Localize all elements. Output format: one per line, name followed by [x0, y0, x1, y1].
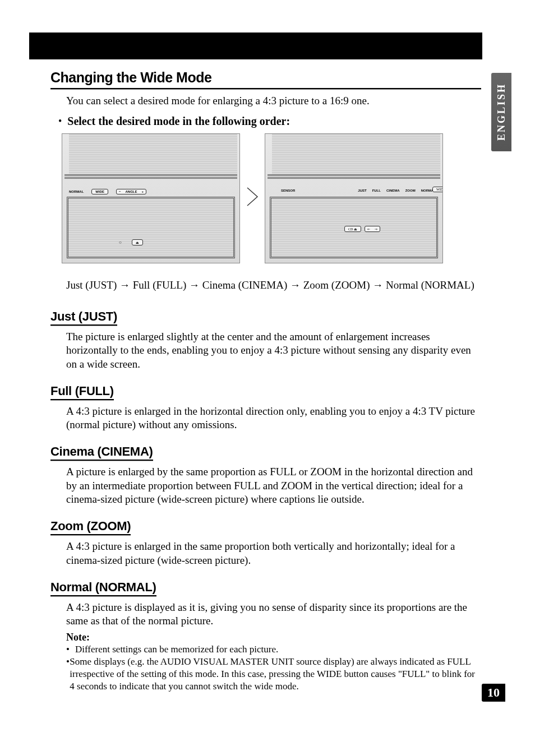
heading-cinema: Cinema (CINEMA): [50, 444, 153, 461]
mode-full: FULL: [372, 189, 381, 192]
note-text-1: Different settings can be memorized for …: [75, 643, 278, 656]
section-cinema: Cinema (CINEMA) A picture is enlarged by…: [50, 444, 481, 507]
section-just: Just (JUST) The picture is enlarged slig…: [50, 309, 481, 372]
normal-label: NORMAL: [69, 190, 84, 193]
mode-order-text: Just (JUST) → Full (FULL) → Cinema (CINE…: [66, 278, 481, 293]
screen-area: [272, 134, 440, 174]
section-zoom: Zoom (ZOOM) A 4:3 picture is enlarged in…: [50, 519, 481, 567]
eject-button: ⏏: [132, 239, 143, 245]
heading-just: Just (JUST): [50, 309, 117, 326]
wide-button: WIDE: [91, 189, 108, 194]
angle-plus: +: [141, 190, 145, 193]
heading-zoom: Zoom (ZOOM): [50, 519, 131, 535]
language-tab-label: ENGLISH: [496, 83, 508, 141]
arrow-right-icon: [240, 187, 265, 211]
heading-full: Full (FULL): [50, 384, 114, 400]
page-title: Changing the Wide Mode: [50, 69, 481, 86]
note-text-2: Some displays (e.g. the AUDIO VISUAL MAS…: [70, 656, 481, 693]
nav-button-group: ⇐ ⇒: [365, 226, 380, 232]
instruction-text: Select the desired mode in the following…: [67, 115, 290, 128]
wide-button-right: WID: [432, 187, 443, 192]
note-item: • Different settings can be memorized fo…: [66, 643, 481, 656]
prev-icon: ⇐: [366, 227, 371, 231]
bottom-buttons: CD ⏏ ⇐ ⇒: [344, 226, 380, 232]
title-underline: [50, 88, 481, 89]
note-heading: Note:: [66, 632, 481, 643]
sensor-label: SENSOR: [281, 189, 295, 192]
header-black-bar: [29, 33, 482, 59]
screen-area: [69, 134, 237, 174]
left-panel-controls: NORMAL WIDE − ANGLE +: [69, 189, 233, 194]
angle-button-group: − ANGLE +: [116, 189, 146, 194]
diagram-right-unit: SENSOR JUST FULL CINEMA ZOOM NORMAL WID …: [265, 133, 443, 263]
page-number: 10: [482, 684, 505, 702]
section-normal: Normal (NORMAL) A 4:3 picture is display…: [50, 580, 481, 693]
mode-zoom: ZOOM: [405, 189, 416, 192]
frame-border: [268, 174, 440, 179]
diagram-left-unit: NORMAL WIDE − ANGLE + ○ ⏏: [62, 133, 240, 263]
diagram-row: NORMAL WIDE − ANGLE + ○ ⏏ SENSOR: [62, 133, 481, 263]
body-normal: A 4:3 picture is displayed as it is, giv…: [66, 601, 481, 628]
bullet-icon: •: [58, 115, 62, 127]
body-cinema: A picture is enlarged by the same propor…: [66, 465, 481, 507]
section-full: Full (FULL) A 4:3 picture is enlarged in…: [50, 384, 481, 432]
angle-minus: −: [118, 190, 122, 193]
lower-tray: ○ ⏏: [67, 197, 235, 258]
angle-label: ANGLE: [124, 190, 139, 193]
body-full: A 4:3 picture is enlarged in the horizon…: [66, 405, 481, 432]
body-zoom: A 4:3 picture is enlarged in the same pr…: [66, 540, 481, 567]
frame-border: [64, 174, 237, 179]
heading-normal: Normal (NORMAL): [50, 580, 156, 596]
bullet-icon: •: [66, 643, 75, 656]
instruction-bullet: • Select the desired mode in the followi…: [58, 115, 481, 128]
note-item: • Some displays (e.g. the AUDIO VISUAL M…: [66, 656, 481, 693]
intro-text: You can select a desired mode for enlarg…: [66, 95, 481, 107]
body-just: The picture is enlarged slightly at the …: [66, 330, 481, 372]
next-icon: ⇒: [373, 227, 379, 231]
mode-cinema: CINEMA: [386, 189, 400, 192]
cd-eject-button: CD ⏏: [344, 226, 361, 232]
mode-labels: JUST FULL CINEMA ZOOM NORMAL: [358, 189, 436, 192]
language-tab: ENGLISH: [491, 73, 511, 151]
lower-tray: CD ⏏ ⇐ ⇒: [270, 197, 438, 258]
mode-just: JUST: [358, 189, 366, 192]
note-list: • Different settings can be memorized fo…: [66, 643, 481, 693]
circle-icon: ○: [119, 240, 122, 245]
